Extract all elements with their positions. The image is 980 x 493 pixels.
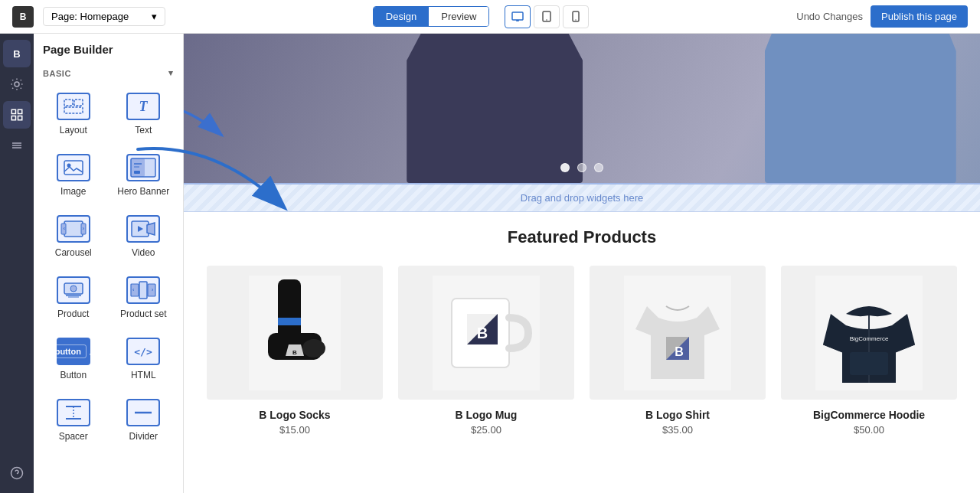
undo-changes-button[interactable]: Undo Changes [796,11,863,22]
product-card-mug: B B Logo Mug $25.00 [398,266,574,436]
widgets-grid: Layout T Text Image Hero [40,84,177,449]
product-name-socks: B Logo Socks [259,409,330,421]
product-price-socks: $15.00 [279,424,310,436]
svg-point-7 [15,82,19,87]
widget-carousel[interactable]: ‹› Carousel [40,207,107,265]
product-price-shirt: $35.00 [662,424,693,436]
shirt-dark [407,34,583,183]
svg-text:T: T [139,99,149,114]
section-collapse-icon[interactable]: ▾ [168,68,174,78]
main-layout: B Page Builder BASIC ▾ Layout [0,34,980,493]
product-img-socks: B [207,266,383,400]
svg-point-39 [70,286,77,292]
tablet-icon [542,11,551,22]
svg-text:BigCommerce: BigCommerce [850,335,889,342]
hero-dot-1[interactable] [560,163,570,172]
sidebar-item-layers[interactable] [3,132,31,159]
sidebar-item-help[interactable] [3,459,31,487]
widget-carousel-label: Carousel [55,247,92,258]
svg-text:›: › [82,225,84,232]
hero-dot-2[interactable] [577,163,586,172]
mobile-view-button[interactable] [563,5,589,28]
tablet-view-button[interactable] [534,5,560,28]
widget-spacer[interactable]: Spacer [40,390,107,449]
canvas-area: Drag and drop widgets here Featured Prod… [184,34,980,493]
svg-point-55 [302,339,325,358]
svg-rect-21 [64,161,83,175]
svg-rect-52 [278,279,301,341]
product-name-hoodie: BigCommerce Hoodie [813,409,925,421]
shirt-blue [765,34,956,183]
hero-section [184,34,980,183]
svg-rect-29 [64,221,83,237]
svg-text:</>: </> [135,346,153,358]
widget-herobanner[interactable]: Hero Banner [110,145,178,204]
svg-rect-41 [139,282,147,299]
widget-divider[interactable]: Divider [110,390,178,449]
widget-productset-label: Product set [120,309,167,319]
product-price-hoodie: $50.00 [854,424,884,436]
widget-carousel-icon: ‹› [57,215,90,243]
widget-divider-icon [126,399,160,426]
widget-layout-icon [57,93,90,120]
widget-button[interactable]: button ↗ Button [40,329,107,387]
svg-rect-26 [134,171,140,174]
canvas-inner: Drag and drop widgets here Featured Prod… [184,34,980,493]
hero-dots [560,163,603,172]
widget-layout[interactable]: Layout [40,84,107,142]
widget-html-label: HTML [131,370,156,380]
socks-illustration: B [249,276,341,390]
publish-button[interactable]: Publish this page [871,5,968,28]
hoodie-illustration: BigCommerce [815,276,923,390]
drop-zone: Drag and drop widgets here [184,183,980,212]
shirt-illustration: B [624,276,731,390]
svg-rect-18 [74,100,83,106]
widget-video[interactable]: Video [110,207,178,265]
svg-rect-10 [11,116,15,120]
device-view-group [501,5,589,28]
widget-html[interactable]: </> HTML [110,329,178,387]
mug-illustration: B [433,276,540,390]
product-img-mug: B [398,266,574,400]
page-selector-label: Page: Homepage [51,11,129,22]
widget-button-label: Button [60,370,87,380]
widget-video-label: Video [132,247,155,258]
svg-rect-54 [278,318,301,325]
widget-video-icon [126,215,160,243]
topbar: B Page: Homepage ▾ Design Preview Undo C… [0,0,980,34]
sidebar-item-theme[interactable] [3,70,31,98]
preview-button[interactable]: Preview [429,7,488,26]
widget-divider-label: Divider [129,431,158,442]
widget-image[interactable]: Image [40,145,107,204]
design-button[interactable]: Design [374,7,429,26]
widget-image-label: Image [60,186,86,197]
widget-text[interactable]: T Text [110,84,178,142]
widget-product[interactable]: Product [40,268,107,326]
widget-button-icon: button ↗ [57,338,90,365]
widget-spacer-label: Spacer [59,431,88,442]
widget-product-icon [57,276,90,304]
hero-dot-3[interactable] [594,163,603,172]
product-img-shirt: B [590,266,766,400]
widget-productset[interactable]: ‹› Product set [110,268,178,326]
mobile-icon [572,11,580,22]
product-img-hoodie: BigCommerce [781,266,957,400]
svg-text:‹: ‹ [63,225,65,232]
brand-logo: B [12,6,34,28]
sidebar-item-widgets[interactable] [3,101,31,129]
product-name-shirt: B Logo Shirt [645,409,710,421]
desktop-icon [511,11,524,22]
widget-product-label: Product [57,309,89,319]
icon-sidebar: B [0,34,34,493]
svg-rect-24 [131,158,145,177]
widget-spacer-icon [57,399,90,426]
desktop-view-button[interactable] [505,5,531,28]
product-name-mug: B Logo Mug [456,409,518,421]
page-selector[interactable]: Page: Homepage ▾ [43,7,165,26]
drop-zone-text: Drag and drop widgets here [521,192,643,204]
widget-text-icon: T [126,93,160,120]
products-grid: B B Logo Socks $15.00 [207,266,957,436]
widget-text-label: Text [135,125,152,135]
sidebar-logo: B [3,40,31,67]
section-label: BASIC [43,69,71,78]
